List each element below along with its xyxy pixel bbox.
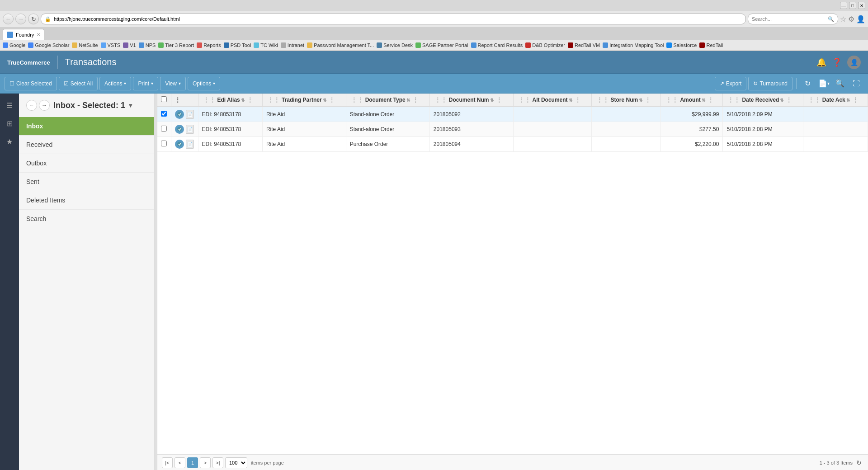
turnaround-button[interactable]: ↻ Turnaround — [748, 77, 793, 90]
next-nav-button[interactable]: → — [39, 100, 50, 111]
forward-button[interactable]: → — [15, 14, 26, 24]
address-bar[interactable]: 🔒 https://hjone.truecommercestaging.com/… — [41, 14, 746, 24]
next-page-button[interactable]: > — [200, 457, 211, 468]
refresh-icon-button[interactable]: ↻ — [800, 76, 815, 91]
row-document-icon[interactable]: 📄 — [186, 110, 194, 119]
col-alt-document[interactable]: ⋮⋮ Alt Document ⇅ ⋮ — [513, 94, 591, 107]
search-icon-button[interactable]: 🔍 — [833, 76, 847, 91]
row-checkbox-cell[interactable] — [157, 122, 171, 137]
col-menu-icon[interactable]: ⋮ — [496, 97, 502, 103]
col-document-type[interactable]: ⋮⋮ Document Type ⇅ ⋮ — [346, 94, 429, 107]
row-checkbox-cell[interactable] — [157, 137, 171, 152]
fullscreen-icon-button[interactable]: ⛶ — [849, 76, 863, 91]
header-dropdown-button[interactable]: ▾ — [129, 102, 132, 109]
row-document-icon[interactable]: 📄 — [186, 140, 194, 149]
clear-selected-button[interactable]: ☐ Clear Selected — [5, 77, 57, 90]
row-checkbox[interactable] — [161, 141, 167, 146]
favorites-button[interactable]: ★ — [1, 133, 18, 150]
bookmark-integration[interactable]: Integration Mapping Tool — [603, 42, 664, 48]
grid-view-button[interactable]: ⊞ — [1, 115, 18, 132]
star-icon[interactable]: ☆ — [840, 15, 846, 24]
row-action-icon[interactable] — [175, 125, 184, 134]
col-date-received[interactable]: ⋮⋮ Date Received ⇅ ⋮ — [723, 94, 803, 107]
minimize-button[interactable]: — — [840, 2, 847, 9]
document-icon-button[interactable]: 📄 ▾ — [816, 76, 831, 91]
bookmark-redtailvm[interactable]: RedTail VM — [568, 42, 600, 48]
table-row[interactable]: 📄 EDI: 948053178 Rite Aid Stand-alone Or… — [157, 107, 868, 122]
url-input[interactable]: https://hjone.truecommercestaging.com/co… — [54, 16, 742, 22]
prev-nav-button[interactable]: ← — [26, 100, 37, 111]
bookmark-google-scholar[interactable]: Google Scholar — [28, 42, 69, 48]
col-menu-icon[interactable]: ⋮ — [708, 97, 713, 103]
bookmark-vsts[interactable]: VSTS — [101, 42, 121, 48]
nav-item-search[interactable]: Search — [19, 210, 154, 228]
table-refresh-button[interactable]: ↻ — [854, 458, 863, 467]
col-trading-partner[interactable]: ⋮⋮ Trading Partner ⇅ ⋮ — [262, 94, 346, 107]
bookmark-dnb[interactable]: D&B Optimizer — [525, 42, 565, 48]
export-button[interactable]: ↗ Export — [715, 77, 747, 90]
bookmark-servicedesk[interactable]: Service Desk — [377, 42, 413, 48]
per-page-select[interactable]: 100 50 25 — [225, 457, 247, 468]
bookmark-psd[interactable]: PSD Tool — [224, 42, 251, 48]
back-button[interactable]: ← — [3, 14, 14, 24]
col-menu-icon[interactable]: ⋮ — [575, 97, 580, 103]
col-menu-icon[interactable]: ⋮ — [329, 97, 335, 103]
tab-close-button[interactable]: ✕ — [37, 32, 40, 37]
nav-item-sent[interactable]: Sent — [19, 173, 154, 191]
refresh-button[interactable]: ↻ — [28, 14, 39, 24]
col-amount[interactable]: ⋮⋮ Amount ⇅ ⋮ — [661, 94, 723, 107]
bookmark-sage[interactable]: SAGE Partner Portal — [415, 42, 468, 48]
help-icon[interactable]: ❓ — [832, 57, 842, 67]
col-menu-icon[interactable]: ⋮ — [247, 97, 253, 103]
print-button[interactable]: Print ▾ — [133, 77, 158, 90]
row-action-icon[interactable] — [175, 140, 184, 149]
row-checkbox[interactable] — [161, 126, 167, 132]
col-menu-icon[interactable]: ⋮ — [853, 97, 858, 103]
page-1-button[interactable]: 1 — [187, 457, 198, 468]
bookmark-tcwiki[interactable]: TC Wiki — [254, 42, 278, 48]
prev-page-button[interactable]: < — [175, 457, 185, 468]
browser-search-bar[interactable]: 🔍 — [748, 14, 838, 24]
table-row[interactable]: 📄 EDI: 948053178 Rite Aid Purchase Order… — [157, 137, 868, 152]
col-menu-icon[interactable]: ⋮ — [786, 97, 792, 103]
bookmark-netsuite[interactable]: NetSuite — [72, 42, 98, 48]
col-menu-icon[interactable]: ⋮ — [645, 97, 651, 103]
row-document-icon[interactable]: 📄 — [186, 125, 194, 134]
col-menu-icon[interactable]: ⋮ — [413, 97, 418, 103]
user-profile-icon[interactable]: 👤 — [847, 56, 861, 69]
first-page-button[interactable]: |< — [162, 457, 173, 468]
row-action-icon[interactable] — [175, 110, 184, 119]
notification-bell-icon[interactable]: 🔔 — [816, 57, 826, 67]
hamburger-menu-button[interactable]: ☰ — [1, 97, 18, 113]
bookmark-tier3[interactable]: Tier 3 Report — [158, 42, 194, 48]
settings-icon[interactable]: ⚙ — [848, 15, 854, 24]
bookmark-password[interactable]: Password Management T... — [307, 42, 374, 48]
close-button[interactable]: ✕ — [858, 2, 865, 9]
nav-item-inbox[interactable]: Inbox — [19, 117, 154, 136]
bookmark-intranet[interactable]: Intranet — [281, 42, 304, 48]
bookmark-nps[interactable]: NPS — [139, 42, 156, 48]
bookmark-reports[interactable]: Reports — [197, 42, 221, 48]
col-menu-icon[interactable]: ⋮ — [175, 97, 180, 103]
col-edi-alias[interactable]: ⋮⋮ Edi Alias ⇅ ⋮ — [198, 94, 262, 107]
bookmark-v1[interactable]: V1 — [123, 42, 136, 48]
select-all-checkbox[interactable] — [161, 96, 167, 102]
nav-item-deleted[interactable]: Deleted Items — [19, 191, 154, 210]
bookmark-salesforce[interactable]: Salesforce — [666, 42, 697, 48]
col-store-num[interactable]: ⋮⋮ Store Num ⇅ ⋮ — [591, 94, 661, 107]
user-icon[interactable]: 👤 — [856, 15, 865, 24]
browser-tab[interactable]: Foundry ✕ — [3, 29, 44, 40]
col-actions[interactable]: ⋮ — [171, 94, 198, 107]
actions-button[interactable]: Actions ▾ — [99, 77, 131, 90]
nav-item-received[interactable]: Received — [19, 136, 154, 154]
row-checkbox[interactable] — [161, 111, 167, 117]
last-page-button[interactable]: >| — [212, 457, 223, 468]
nav-item-outbox[interactable]: Outbox — [19, 154, 154, 173]
maximize-button[interactable]: □ — [849, 2, 856, 9]
row-checkbox-cell[interactable] — [157, 107, 171, 122]
table-row[interactable]: 📄 EDI: 948053178 Rite Aid Stand-alone Or… — [157, 122, 868, 137]
bookmark-google[interactable]: Google — [3, 42, 25, 48]
col-date-ack[interactable]: ⋮⋮ Date Ack ⇅ ⋮ — [803, 94, 868, 107]
view-button[interactable]: View ▾ — [160, 77, 186, 90]
select-all-checkbox-col[interactable] — [157, 94, 171, 107]
